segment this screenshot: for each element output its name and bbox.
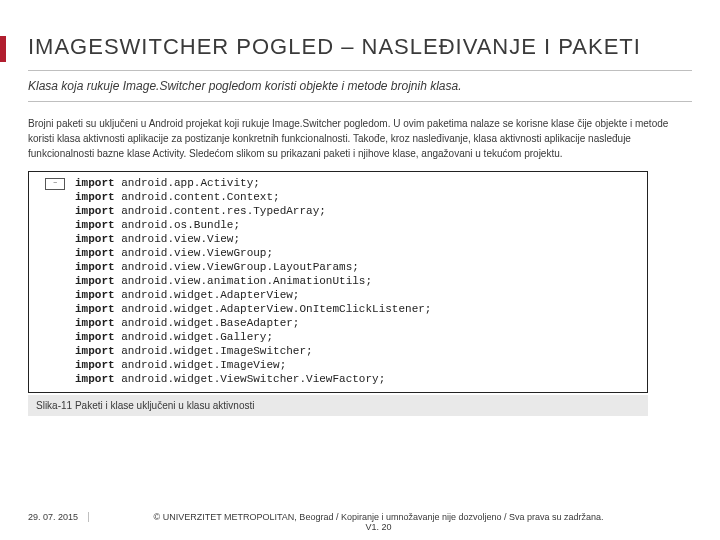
collapse-icon[interactable]: − [45, 178, 65, 190]
page-title: IMAGESWITCHER POGLED – NASLEĐIVANJE I PA… [28, 34, 692, 60]
footer-copyright: © UNIVERZITET METROPOLITAN, Beograd / Ko… [102, 512, 656, 532]
accent-bar [0, 36, 6, 62]
slide-page: IMAGESWITCHER POGLED – NASLEĐIVANJE I PA… [0, 0, 720, 540]
footer-copyright-text: © UNIVERZITET METROPOLITAN, Beograd / Ko… [102, 512, 656, 522]
footer-date: 29. 07. 2015 [28, 512, 89, 522]
footer: 29. 07. 2015 © UNIVERZITET METROPOLITAN,… [28, 512, 692, 532]
code-block: − import android.app.Activity; import an… [28, 171, 648, 393]
footer-version: V1. 20 [102, 522, 656, 532]
code-lines: import android.app.Activity; import andr… [75, 176, 431, 386]
subtitle: Klasa koja rukuje Image.Switcher pogledo… [28, 70, 692, 102]
figure-caption: Slika-11 Paketi i klase uključeni u klas… [28, 395, 648, 416]
code-gutter: − [35, 176, 75, 190]
body-paragraph: Brojni paketi su uključeni u Android pro… [28, 116, 692, 161]
